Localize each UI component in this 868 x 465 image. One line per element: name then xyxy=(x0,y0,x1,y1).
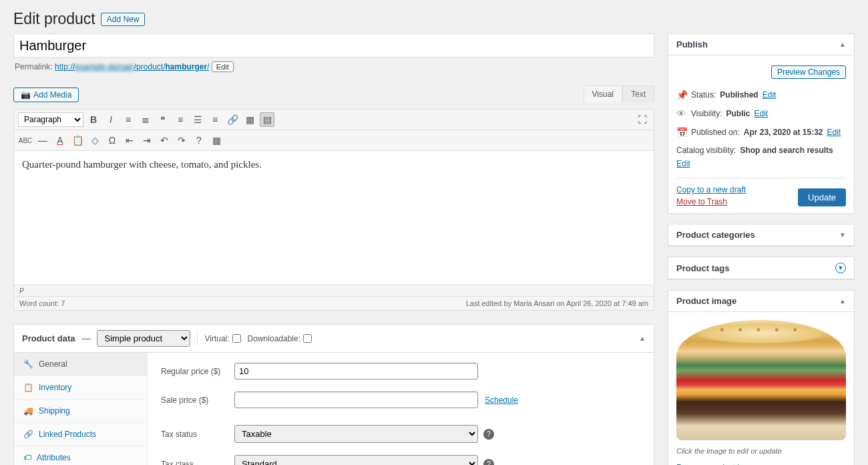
image-box-header[interactable]: Product image▲ xyxy=(668,291,854,312)
word-count: Word count: 7 xyxy=(19,299,65,307)
last-edit: Last edited by Maria Ansari on April 26,… xyxy=(466,299,648,307)
paste-button[interactable]: 📋 xyxy=(70,133,85,148)
truck-icon: 🚚 xyxy=(23,406,33,416)
preview-changes-button[interactable]: Preview Changes xyxy=(771,65,846,79)
linked-tab[interactable]: 🔗Linked Products xyxy=(14,423,147,446)
general-tab[interactable]: 🔧General xyxy=(14,353,147,376)
product-type-select[interactable]: Simple product xyxy=(97,330,190,347)
page-title: Edit product xyxy=(13,10,95,28)
bold-button[interactable]: B xyxy=(86,112,101,127)
permalink: Permalink: http://example-domain/product… xyxy=(13,57,654,76)
product-data-box: Product data — Simple product Virtual: D… xyxy=(13,324,654,465)
text-tab[interactable]: Text xyxy=(622,86,654,102)
product-image-thumbnail[interactable] xyxy=(676,320,846,440)
text-color-button[interactable]: A xyxy=(53,133,67,148)
special-char-button[interactable]: Ω xyxy=(105,133,120,148)
fullscreen-button[interactable]: ⛶ xyxy=(635,112,650,127)
downloadable-checkbox[interactable]: Downloadable: xyxy=(248,334,312,343)
image-caption: Click the image to edit or update xyxy=(676,447,846,455)
add-media-button[interactable]: 📷 Add Media xyxy=(13,88,79,102)
media-icon: 📷 xyxy=(21,90,31,100)
sale-price-input[interactable] xyxy=(234,392,478,408)
ol-button[interactable]: ≣ xyxy=(138,112,153,127)
sale-price-label: Sale price ($) xyxy=(161,396,234,405)
tags-box-header[interactable]: Product tags▼ xyxy=(668,257,854,279)
calendar-icon: 📅 xyxy=(676,127,687,138)
edit-status-link[interactable]: Edit xyxy=(763,90,777,100)
visual-tab[interactable]: Visual xyxy=(584,86,622,102)
publish-box-header[interactable]: Publish▲ xyxy=(668,34,854,55)
hr-button[interactable]: — xyxy=(35,133,50,148)
tax-status-select[interactable]: Taxable xyxy=(234,425,478,443)
toolbar-toggle-button[interactable]: ▤ xyxy=(260,112,274,127)
edit-date-link[interactable]: Edit xyxy=(827,128,841,137)
chevron-down-icon: ▼ xyxy=(835,263,846,273)
shipping-tab[interactable]: 🚚Shipping xyxy=(14,400,147,423)
permalink-link[interactable]: http://example-domain/product/hamburger/ xyxy=(55,62,209,71)
italic-button[interactable]: I xyxy=(103,112,118,127)
more-button[interactable]: ▦ xyxy=(242,112,257,127)
virtual-checkbox[interactable]: Virtual: xyxy=(204,334,240,343)
add-new-button[interactable]: Add New xyxy=(101,13,146,26)
attributes-tab[interactable]: 🏷Attributes xyxy=(14,446,147,465)
tax-class-label: Tax class xyxy=(161,460,234,466)
indent-button[interactable]: ⇥ xyxy=(140,133,154,148)
strike-button[interactable]: ABC xyxy=(18,133,33,148)
wrench-icon: 🔧 xyxy=(23,359,33,369)
ul-button[interactable]: ≡ xyxy=(121,112,136,127)
pin-icon: 📌 xyxy=(676,90,687,100)
edit-catalog-link[interactable]: Edit xyxy=(676,159,846,168)
align-left-button[interactable]: ≡ xyxy=(173,112,188,127)
redo-button[interactable]: ↷ xyxy=(174,133,189,148)
align-right-button[interactable]: ≡ xyxy=(208,112,222,127)
categories-box: Product categories▼ xyxy=(668,224,855,247)
move-trash-link[interactable]: Move to Trash xyxy=(676,197,746,206)
edit-visibility-link[interactable]: Edit xyxy=(754,109,768,118)
chevron-up-icon: ▲ xyxy=(839,41,846,48)
link-button[interactable]: 🔗 xyxy=(225,112,240,127)
quote-button[interactable]: ❝ xyxy=(156,112,170,127)
clear-format-button[interactable]: ◇ xyxy=(87,133,102,148)
regular-price-input[interactable] xyxy=(234,363,478,379)
chevron-up-icon: ▲ xyxy=(839,297,846,305)
chevron-down-icon: ▼ xyxy=(839,231,846,239)
editor-toolbar-2: ABC — A 📋 ◇ Ω ⇤ ⇥ ↶ ↷ ? ▦ xyxy=(14,130,654,151)
element-path: P xyxy=(14,285,654,297)
permalink-edit-button[interactable]: Edit xyxy=(212,61,234,72)
undo-button[interactable]: ↶ xyxy=(157,133,172,148)
image-box: Product image▲ Click the image to edit o… xyxy=(668,290,855,465)
help-tip-icon[interactable]: ? xyxy=(483,459,494,466)
help-tip-icon[interactable]: ? xyxy=(483,429,494,440)
publish-box: Publish▲ Preview Changes 📌 Status: Publi… xyxy=(668,33,855,214)
table-button[interactable]: ▦ xyxy=(209,133,224,148)
categories-box-header[interactable]: Product categories▼ xyxy=(668,224,854,246)
tags-box: Product tags▼ xyxy=(668,257,855,280)
tax-class-select[interactable]: Standard xyxy=(234,455,478,465)
product-data-title: Product data xyxy=(22,333,75,343)
tax-status-label: Tax status xyxy=(161,430,234,439)
tag-icon: 🏷 xyxy=(23,453,31,462)
editor-toolbar: Paragraph B I ≡ ≣ ❝ ≡ ☰ ≡ 🔗 ▦ ▤ ⛶ xyxy=(14,110,654,130)
product-title-input[interactable] xyxy=(13,33,654,57)
link-icon: 🔗 xyxy=(23,430,33,439)
editor: Paragraph B I ≡ ≣ ❝ ≡ ☰ ≡ 🔗 ▦ ▤ ⛶ ABC — … xyxy=(13,109,654,311)
eye-icon: 👁 xyxy=(676,108,687,119)
format-select[interactable]: Paragraph xyxy=(18,112,83,127)
panel-toggle[interactable]: ▲ xyxy=(639,335,646,342)
editor-content[interactable]: Quarter-pound hamburger with cheese, tom… xyxy=(14,151,654,285)
schedule-link[interactable]: Schedule xyxy=(485,396,518,405)
clipboard-icon: 📋 xyxy=(23,383,33,392)
align-center-button[interactable]: ☰ xyxy=(190,112,205,127)
help-button[interactable]: ? xyxy=(192,133,206,148)
copy-draft-link[interactable]: Copy to a new draft xyxy=(676,185,746,194)
product-data-nav: 🔧General 📋Inventory 🚚Shipping 🔗Linked Pr… xyxy=(14,353,148,465)
inventory-tab[interactable]: 📋Inventory xyxy=(14,376,147,400)
update-button[interactable]: Update xyxy=(798,188,846,206)
regular-price-label: Regular price ($) xyxy=(161,367,234,376)
outdent-button[interactable]: ⇤ xyxy=(122,133,137,148)
